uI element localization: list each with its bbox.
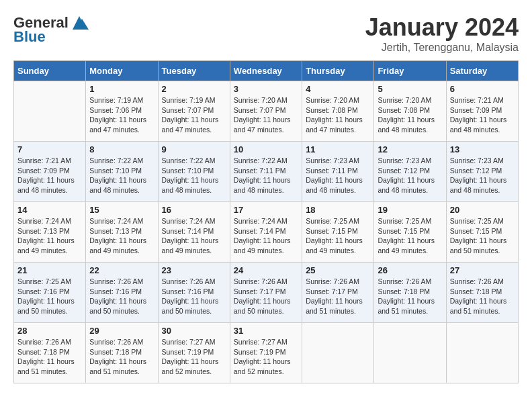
day-info: Sunrise: 7:21 AM Sunset: 7:09 PM Dayligh… xyxy=(450,95,515,135)
day-header-wednesday: Wednesday xyxy=(230,61,302,81)
calendar-cell: 27Sunrise: 7:26 AM Sunset: 7:18 PM Dayli… xyxy=(446,263,518,323)
day-info: Sunrise: 7:23 AM Sunset: 7:12 PM Dayligh… xyxy=(450,156,515,195)
day-info: Sunrise: 7:24 AM Sunset: 7:13 PM Dayligh… xyxy=(89,216,154,256)
calendar-cell: 11Sunrise: 7:23 AM Sunset: 7:11 PM Dayli… xyxy=(302,142,374,202)
logo-icon xyxy=(70,13,89,32)
calendar-cell: 24Sunrise: 7:26 AM Sunset: 7:17 PM Dayli… xyxy=(230,263,302,323)
calendar-cell: 20Sunrise: 7:25 AM Sunset: 7:15 PM Dayli… xyxy=(446,202,518,263)
calendar-cell: 12Sunrise: 7:23 AM Sunset: 7:12 PM Dayli… xyxy=(374,142,446,202)
day-number: 28 xyxy=(17,326,82,336)
day-number: 3 xyxy=(234,84,298,94)
day-info: Sunrise: 7:25 AM Sunset: 7:15 PM Dayligh… xyxy=(450,216,515,256)
day-info: Sunrise: 7:25 AM Sunset: 7:16 PM Dayligh… xyxy=(17,277,82,316)
title-block: January 2024 Jertih, Terengganu, Malaysi… xyxy=(365,13,519,54)
calendar-cell: 30Sunrise: 7:27 AM Sunset: 7:19 PM Dayli… xyxy=(158,323,230,383)
day-number: 26 xyxy=(378,265,442,275)
calendar-cell xyxy=(374,323,446,383)
calendar-cell: 18Sunrise: 7:25 AM Sunset: 7:15 PM Dayli… xyxy=(302,202,374,263)
calendar-cell: 3Sunrise: 7:20 AM Sunset: 7:07 PM Daylig… xyxy=(230,81,302,142)
day-info: Sunrise: 7:26 AM Sunset: 7:18 PM Dayligh… xyxy=(17,337,82,377)
calendar-cell: 6Sunrise: 7:21 AM Sunset: 7:09 PM Daylig… xyxy=(446,81,518,142)
page-header: General Blue January 2024 Jertih, Tereng… xyxy=(13,13,519,54)
calendar-cell xyxy=(446,323,518,383)
day-info: Sunrise: 7:26 AM Sunset: 7:18 PM Dayligh… xyxy=(89,337,154,377)
day-number: 11 xyxy=(306,144,370,154)
day-header-sunday: Sunday xyxy=(14,61,86,81)
day-info: Sunrise: 7:23 AM Sunset: 7:11 PM Dayligh… xyxy=(306,156,370,195)
calendar-week-row: 14Sunrise: 7:24 AM Sunset: 7:13 PM Dayli… xyxy=(14,202,519,263)
day-number: 16 xyxy=(162,205,226,215)
day-info: Sunrise: 7:22 AM Sunset: 7:11 PM Dayligh… xyxy=(234,156,298,195)
day-number: 13 xyxy=(450,144,515,154)
day-info: Sunrise: 7:25 AM Sunset: 7:15 PM Dayligh… xyxy=(378,216,442,256)
day-number: 2 xyxy=(162,84,226,94)
day-info: Sunrise: 7:24 AM Sunset: 7:13 PM Dayligh… xyxy=(17,216,82,256)
day-header-tuesday: Tuesday xyxy=(158,61,230,81)
calendar-week-row: 21Sunrise: 7:25 AM Sunset: 7:16 PM Dayli… xyxy=(14,263,519,323)
calendar-header-row: SundayMondayTuesdayWednesdayThursdayFrid… xyxy=(14,61,519,81)
day-number: 22 xyxy=(89,265,154,275)
day-number: 17 xyxy=(234,205,298,215)
calendar-cell: 15Sunrise: 7:24 AM Sunset: 7:13 PM Dayli… xyxy=(86,202,158,263)
day-number: 6 xyxy=(450,84,515,94)
calendar-cell: 1Sunrise: 7:19 AM Sunset: 7:06 PM Daylig… xyxy=(86,81,158,142)
day-info: Sunrise: 7:26 AM Sunset: 7:16 PM Dayligh… xyxy=(89,277,154,316)
day-number: 14 xyxy=(17,205,82,215)
calendar-week-row: 1Sunrise: 7:19 AM Sunset: 7:06 PM Daylig… xyxy=(14,81,519,142)
day-info: Sunrise: 7:24 AM Sunset: 7:14 PM Dayligh… xyxy=(234,216,298,256)
day-number: 30 xyxy=(162,326,226,336)
location-subtitle: Jertih, Terengganu, Malaysia xyxy=(365,42,519,54)
day-info: Sunrise: 7:26 AM Sunset: 7:17 PM Dayligh… xyxy=(234,277,298,316)
day-info: Sunrise: 7:23 AM Sunset: 7:12 PM Dayligh… xyxy=(378,156,442,195)
day-info: Sunrise: 7:26 AM Sunset: 7:17 PM Dayligh… xyxy=(306,277,370,316)
calendar-cell: 5Sunrise: 7:20 AM Sunset: 7:08 PM Daylig… xyxy=(374,81,446,142)
day-info: Sunrise: 7:21 AM Sunset: 7:09 PM Dayligh… xyxy=(17,156,82,195)
day-number: 5 xyxy=(378,84,442,94)
calendar-cell: 28Sunrise: 7:26 AM Sunset: 7:18 PM Dayli… xyxy=(14,323,86,383)
day-number: 15 xyxy=(89,205,154,215)
calendar-cell: 13Sunrise: 7:23 AM Sunset: 7:12 PM Dayli… xyxy=(446,142,518,202)
calendar-cell: 23Sunrise: 7:26 AM Sunset: 7:16 PM Dayli… xyxy=(158,263,230,323)
day-number: 10 xyxy=(234,144,298,154)
day-number: 21 xyxy=(17,265,82,275)
day-info: Sunrise: 7:19 AM Sunset: 7:07 PM Dayligh… xyxy=(162,95,226,135)
month-title: January 2024 xyxy=(365,13,519,42)
calendar-cell: 19Sunrise: 7:25 AM Sunset: 7:15 PM Dayli… xyxy=(374,202,446,263)
calendar-cell xyxy=(302,323,374,383)
logo-blue-text: Blue xyxy=(13,28,46,46)
calendar-cell: 16Sunrise: 7:24 AM Sunset: 7:14 PM Dayli… xyxy=(158,202,230,263)
calendar-cell: 31Sunrise: 7:27 AM Sunset: 7:19 PM Dayli… xyxy=(230,323,302,383)
calendar-cell: 4Sunrise: 7:20 AM Sunset: 7:08 PM Daylig… xyxy=(302,81,374,142)
calendar-cell: 21Sunrise: 7:25 AM Sunset: 7:16 PM Dayli… xyxy=(14,263,86,323)
calendar-cell: 9Sunrise: 7:22 AM Sunset: 7:10 PM Daylig… xyxy=(158,142,230,202)
day-header-friday: Friday xyxy=(374,61,446,81)
day-number: 7 xyxy=(17,144,82,154)
calendar-week-row: 28Sunrise: 7:26 AM Sunset: 7:18 PM Dayli… xyxy=(14,323,519,383)
day-info: Sunrise: 7:26 AM Sunset: 7:18 PM Dayligh… xyxy=(378,277,442,316)
calendar-cell xyxy=(14,81,86,142)
calendar-cell: 22Sunrise: 7:26 AM Sunset: 7:16 PM Dayli… xyxy=(86,263,158,323)
day-number: 20 xyxy=(450,205,515,215)
day-info: Sunrise: 7:20 AM Sunset: 7:08 PM Dayligh… xyxy=(378,95,442,135)
day-info: Sunrise: 7:25 AM Sunset: 7:15 PM Dayligh… xyxy=(306,216,370,256)
day-header-saturday: Saturday xyxy=(446,61,518,81)
calendar-cell: 29Sunrise: 7:26 AM Sunset: 7:18 PM Dayli… xyxy=(86,323,158,383)
day-number: 25 xyxy=(306,265,370,275)
day-info: Sunrise: 7:24 AM Sunset: 7:14 PM Dayligh… xyxy=(162,216,226,256)
day-number: 4 xyxy=(306,84,370,94)
day-info: Sunrise: 7:20 AM Sunset: 7:07 PM Dayligh… xyxy=(234,95,298,135)
day-number: 8 xyxy=(89,144,154,154)
day-info: Sunrise: 7:26 AM Sunset: 7:16 PM Dayligh… xyxy=(162,277,226,316)
day-header-thursday: Thursday xyxy=(302,61,374,81)
calendar-table: SundayMondayTuesdayWednesdayThursdayFrid… xyxy=(13,60,519,383)
day-number: 31 xyxy=(234,326,298,336)
day-number: 12 xyxy=(378,144,442,154)
day-info: Sunrise: 7:27 AM Sunset: 7:19 PM Dayligh… xyxy=(234,337,298,377)
day-number: 19 xyxy=(378,205,442,215)
day-info: Sunrise: 7:22 AM Sunset: 7:10 PM Dayligh… xyxy=(162,156,226,195)
day-number: 1 xyxy=(89,84,154,94)
calendar-body: 1Sunrise: 7:19 AM Sunset: 7:06 PM Daylig… xyxy=(14,81,519,383)
day-number: 9 xyxy=(162,144,226,154)
day-number: 29 xyxy=(89,326,154,336)
calendar-cell: 7Sunrise: 7:21 AM Sunset: 7:09 PM Daylig… xyxy=(14,142,86,202)
